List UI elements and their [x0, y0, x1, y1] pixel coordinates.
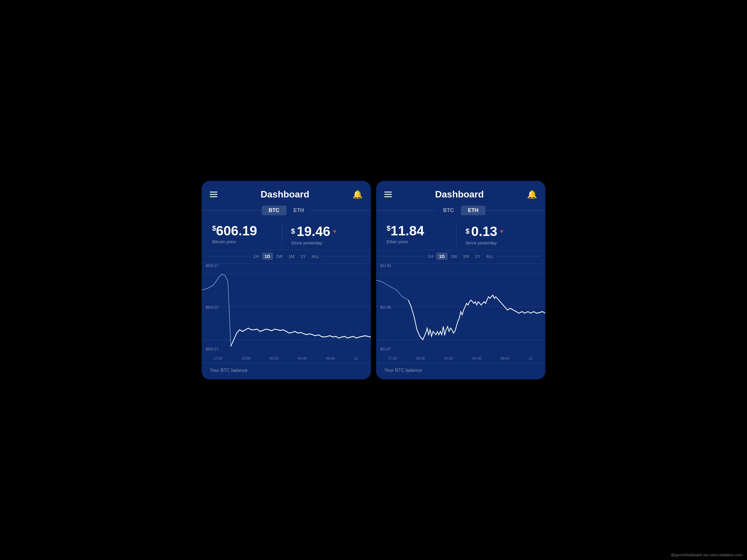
left-filter-all[interactable]: ALL [309, 252, 323, 260]
attribution-text: @geminiGoldsaint via coins.newbium.com [671, 553, 742, 557]
right-x-1: 20:56 [416, 356, 425, 361]
right-chart-svg [376, 264, 545, 363]
left-price-row: $606.19 Bitcoin price $19.46 ▼ Since yes… [202, 215, 371, 250]
left-btc-price: $606.19 [212, 223, 282, 238]
left-filter-1y[interactable]: 1Y [297, 252, 308, 260]
left-notification-bell[interactable]: 🔔 [353, 190, 363, 199]
right-x-2: 00:52 [444, 356, 453, 361]
left-x-0: 17:00 [213, 356, 222, 361]
left-btc-price-section: $606.19 Bitcoin price [212, 223, 282, 245]
left-tabs-row: BTC ETH [202, 200, 371, 215]
right-footer-balance: Your BTC balance [376, 363, 545, 379]
right-phone-card: Dashboard 🔔 BTC ETH $11.84 Ether price $… [376, 181, 545, 379]
right-eth-price-label: Ether price [387, 239, 456, 244]
left-filter-1h[interactable]: 1H [250, 252, 262, 260]
left-x-labels: 17:00 20:56 00:52 04:48 08:44 12: [202, 356, 371, 361]
left-header: Dashboard 🔔 [202, 181, 371, 200]
left-chart-svg [202, 264, 371, 363]
right-eth-price: $11.84 [387, 223, 456, 238]
right-dashboard-title: Dashboard [435, 189, 484, 200]
right-filter-1h[interactable]: 1H [425, 252, 436, 260]
left-btc-price-label: Bitcoin price [212, 239, 282, 244]
right-price-change: $0.13 ▼ [466, 223, 535, 239]
left-change-section: $19.46 ▼ Since yesterday [282, 223, 361, 245]
left-filter-1d[interactable]: 1D [262, 252, 273, 260]
left-tab-btc[interactable]: BTC [262, 206, 287, 215]
right-x-4: 08:44 [500, 356, 509, 361]
left-phone-card: Dashboard 🔔 BTC ETH $606.19 Bitcoin pric… [202, 181, 371, 379]
right-x-5: 12: [529, 356, 534, 361]
right-x-labels: 17:00 20:56 00:52 04:48 08:44 12: [376, 356, 545, 361]
right-header: Dashboard 🔔 [376, 181, 545, 200]
right-change-label: Since yesterday [466, 240, 535, 245]
left-down-arrow-icon: ▼ [332, 229, 337, 235]
right-filter-1d[interactable]: 1D [436, 252, 447, 260]
left-x-2: 00:52 [270, 356, 279, 361]
left-x-5: 12: [354, 356, 359, 361]
right-notification-bell[interactable]: 🔔 [527, 190, 537, 199]
left-x-1: 20:56 [241, 356, 250, 361]
right-down-arrow-icon: ▼ [499, 229, 504, 235]
left-time-filters: 1H 1D 1W 1M 1Y ALL [202, 250, 371, 264]
right-price-row: $11.84 Ether price $0.13 ▼ Since yesterd… [376, 215, 545, 250]
right-time-filters: 1H 1D 1W 1M 1Y ALL [376, 250, 545, 264]
right-eth-price-section: $11.84 Ether price [387, 223, 456, 245]
right-tab-eth[interactable]: ETH [461, 206, 486, 215]
right-chart-area: $11.93 $11.80 $11.67 17:00 20:56 00:52 0… [376, 264, 545, 363]
left-x-3: 04:48 [298, 356, 307, 361]
left-dashboard-title: Dashboard [261, 189, 309, 200]
left-chart-area: $625.27 $614.22 $603.17 17:00 20:56 00:5… [202, 264, 371, 363]
left-filter-1w[interactable]: 1W [273, 252, 286, 260]
right-x-3: 04:48 [472, 356, 481, 361]
right-filter-1w[interactable]: 1W [447, 252, 460, 260]
left-footer-balance: Your BTC balance [202, 363, 371, 379]
right-filter-all[interactable]: ALL [483, 252, 497, 260]
left-filter-1m[interactable]: 1M [285, 252, 297, 260]
left-menu-button[interactable] [210, 192, 217, 197]
right-filter-1y[interactable]: 1Y [472, 252, 483, 260]
left-x-4: 08:44 [326, 356, 335, 361]
left-tab-eth[interactable]: ETH [287, 206, 311, 215]
right-x-0: 17:00 [388, 356, 397, 361]
right-tabs-row: BTC ETH [376, 200, 545, 215]
right-tab-btc[interactable]: BTC [436, 206, 461, 215]
right-change-section: $0.13 ▼ Since yesterday [456, 223, 535, 245]
left-change-label: Since yesterday [291, 240, 361, 245]
right-menu-button[interactable] [384, 192, 392, 197]
left-price-change: $19.46 ▼ [291, 223, 361, 239]
right-filter-1m[interactable]: 1M [460, 252, 472, 260]
